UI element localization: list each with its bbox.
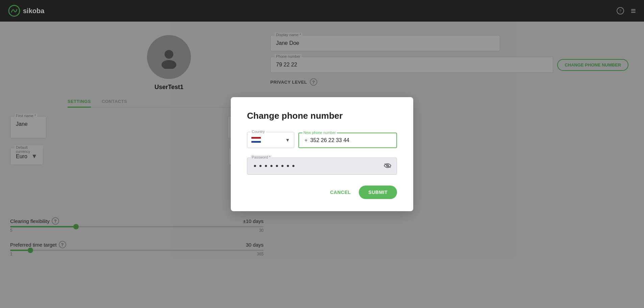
password-label: Password * [251, 155, 272, 159]
phone-input-label: New phone number [302, 131, 337, 135]
phone-input-row: Country ▼ New phone number + [247, 132, 397, 148]
password-field[interactable]: Password * •••••••• [247, 158, 397, 175]
eye-icon[interactable] [384, 162, 391, 170]
submit-button[interactable]: SUBMIT [359, 186, 397, 199]
country-arrow-icon: ▼ [285, 137, 290, 143]
modal-overlay: Change phone number Country ▼ New phone … [0, 0, 644, 308]
password-input: •••••••• [253, 162, 381, 170]
modal-title: Change phone number [247, 111, 397, 121]
country-select[interactable]: Country ▼ [247, 132, 294, 148]
modal-body: Country ▼ New phone number + Pass [247, 132, 397, 175]
phone-plus-icon: + [304, 137, 307, 143]
flag-nl-icon [251, 137, 261, 143]
modal: Change phone number Country ▼ New phone … [231, 97, 413, 211]
modal-actions: CANCEL SUBMIT [247, 186, 397, 199]
cancel-button[interactable]: CANCEL [330, 190, 351, 195]
phone-number-input[interactable] [310, 137, 391, 143]
country-label: Country [251, 130, 266, 134]
phone-number-field[interactable]: New phone number + [298, 133, 397, 148]
